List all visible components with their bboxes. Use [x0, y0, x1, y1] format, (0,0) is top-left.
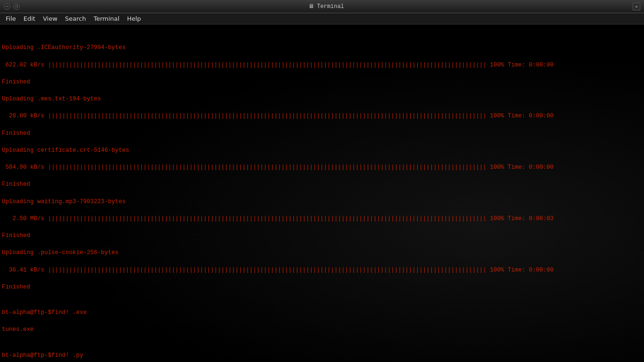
titlebar: — ❐ 🖥 Terminal ✕	[0, 0, 644, 13]
menu-item-edit[interactable]: Edit	[20, 14, 39, 23]
menu-item-view[interactable]: View	[39, 14, 61, 23]
terminal-line: 2.50 MB/s ||||||||||||||||||||||||||||||…	[2, 214, 642, 223]
terminal-icon: 🖥	[308, 3, 314, 10]
terminal-content[interactable]: Uploading .ICEauthority-27994-bytes 622.…	[0, 25, 644, 362]
terminal-line: Finished	[2, 129, 642, 138]
titlebar-right: ✕	[633, 3, 640, 10]
terminal-line: Finished	[2, 78, 642, 86]
terminal-line: Uploading .mes.txt-194-bytes	[2, 95, 642, 103]
terminal-line: bt-alpha@ftp-$find! .exe	[2, 308, 642, 317]
terminal-line: 28.00 kB/s |||||||||||||||||||||||||||||…	[2, 112, 642, 120]
titlebar-left: — ❐	[4, 3, 20, 10]
terminal-body[interactable]: Uploading .ICEauthority-27994-bytes 622.…	[0, 25, 644, 362]
terminal-line: 36.41 kB/s |||||||||||||||||||||||||||||…	[2, 266, 642, 274]
terminal-line: Uploading .pulse-cookie-256-bytes	[2, 248, 642, 257]
titlebar-center: 🖥 Terminal	[308, 3, 344, 10]
menu-item-file[interactable]: File	[2, 14, 20, 23]
restore-icon: ❐	[15, 4, 17, 9]
window-title: Terminal	[317, 3, 344, 10]
terminal-line: bt-alpha@ftp-$find! .py	[2, 351, 642, 360]
minimize-button[interactable]: —	[4, 3, 10, 10]
menu-item-terminal[interactable]: Terminal	[90, 14, 123, 23]
terminal-line: 584.90 kB/s ||||||||||||||||||||||||||||…	[2, 163, 642, 172]
menu-item-search[interactable]: Search	[61, 14, 90, 23]
terminal-line: Finished	[2, 180, 642, 189]
menubar: FileEditViewSearchTerminalHelp	[0, 13, 644, 25]
menu-item-help[interactable]: Help	[123, 14, 145, 23]
minimize-icon: —	[6, 4, 8, 9]
terminal-line: Uploading certificate.crt-5146-bytes	[2, 146, 642, 155]
terminal-line: 622.02 kB/s ||||||||||||||||||||||||||||…	[2, 61, 642, 69]
terminal-line: Finished	[2, 283, 642, 291]
terminal-line: Uploading waiting.mp3-7903223-bytes	[2, 197, 642, 206]
terminal-line: tunes.exe	[2, 325, 642, 334]
restore-button[interactable]: ❐	[13, 3, 20, 10]
terminal-line: Finished	[2, 231, 642, 240]
close-icon: ✕	[635, 4, 638, 9]
terminal-line: Uploading .ICEauthority-27994-bytes	[2, 43, 642, 52]
close-button[interactable]: ✕	[633, 3, 640, 10]
